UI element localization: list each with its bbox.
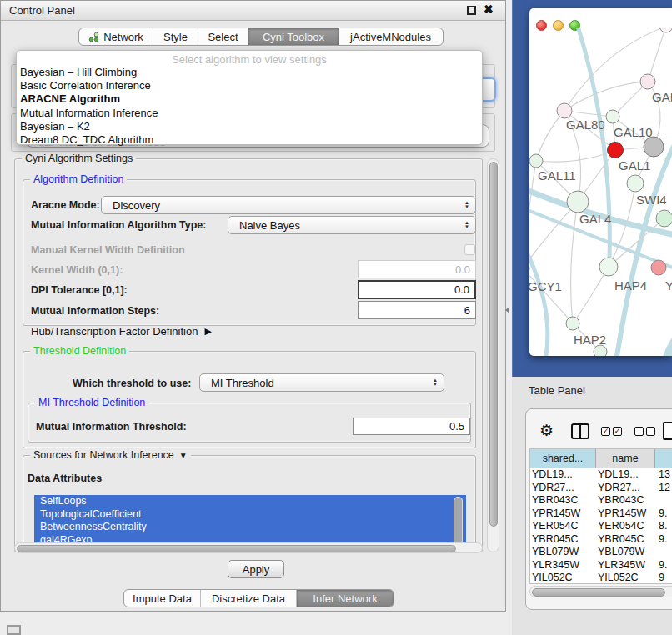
node-gal-partial[interactable] — [640, 74, 655, 89]
column-header-name[interactable]: name — [596, 449, 655, 468]
tab-jactivemnodules[interactable]: jActiveMNodules — [339, 28, 443, 45]
table-row[interactable]: YDR27...YDR27...12 — [530, 482, 672, 495]
node[interactable] — [659, 28, 672, 32]
node-gal11[interactable] — [529, 154, 543, 168]
node-swi4[interactable] — [627, 175, 644, 192]
attribute-list-item[interactable]: TopologicalCoefficient — [34, 508, 466, 522]
tab-label: Network — [103, 31, 143, 43]
tab-style[interactable]: Style — [153, 28, 198, 45]
node-gal1-selected[interactable] — [608, 142, 624, 158]
kernel-width-field[interactable]: 0.0 — [358, 260, 476, 278]
table-cell: 9. — [659, 508, 672, 521]
table-cell: 8. — [659, 520, 672, 533]
table-row[interactable]: YBR045CYBR045C9. — [530, 533, 672, 547]
attribute-list-item[interactable]: BetweennessCentrality — [34, 521, 466, 534]
table-cell: YLR345W — [532, 559, 594, 572]
mi-steps-field[interactable]: 6 — [358, 301, 476, 319]
column-header-partial[interactable] — [655, 449, 672, 468]
node-gal4[interactable] — [567, 191, 589, 212]
table-row[interactable]: YBR043CYBR043C — [530, 494, 672, 508]
select-all-columns-icon[interactable]: ✓ — [601, 427, 610, 436]
node-gray-hub[interactable] — [644, 137, 664, 157]
group-title: Algorithm Definition — [30, 173, 127, 185]
table-cell: YPR145W — [532, 508, 594, 521]
table-cell: 9 — [659, 572, 672, 584]
node-table: shared... name YDL19...YDL19...13YDR27..… — [529, 448, 672, 584]
node-y-partial[interactable] — [651, 260, 666, 275]
gear-icon[interactable]: ⚙ — [539, 421, 554, 440]
dropdown-item[interactable]: ARACNE Algorithm — [19, 92, 479, 106]
tab-discretize-data[interactable]: Discretize Data — [201, 590, 297, 607]
unselect-all-columns-icon2[interactable] — [646, 427, 655, 436]
dropdown-placeholder: Select algorithm to view settings — [17, 53, 482, 66]
node-gal10[interactable] — [606, 110, 619, 123]
table-hscrollbar-track — [529, 586, 672, 598]
tab-infer-network[interactable]: Infer Network — [297, 590, 394, 607]
group-title: Threshold Definition — [30, 345, 129, 357]
node[interactable] — [656, 210, 672, 227]
table-rows: YDL19...YDL19...13YDR27...YDR27...12YBR0… — [530, 468, 672, 584]
settings-vscrollbar-thumb[interactable] — [489, 162, 498, 527]
table-cell: YDL19... — [532, 468, 594, 482]
node-gal80[interactable] — [557, 103, 572, 118]
table-row[interactable]: YDL19...YDL19...13 — [530, 468, 672, 482]
table-cell: YBR045C — [598, 533, 655, 547]
dropdown-item[interactable]: Basic Correlation Inference — [19, 79, 479, 92]
svg-text:GAL4: GAL4 — [579, 212, 611, 226]
tab-impute-data[interactable]: Impute Data — [124, 590, 201, 607]
table-row[interactable]: YIL052CYIL052C9 — [530, 572, 672, 584]
dropdown-item[interactable]: Mutual Information Inference — [19, 107, 479, 120]
unselect-all-columns-icon[interactable] — [634, 427, 644, 436]
table-row[interactable]: YPR145WYPR145W9. — [530, 508, 672, 521]
mi-type-combo[interactable]: Naive Bayes ▲▼ — [228, 216, 476, 234]
which-threshold-combo[interactable]: MI Threshold ▲▼ — [199, 373, 444, 392]
svg-text:HAP4: HAP4 — [614, 278, 647, 292]
table-cell: YBR045C — [532, 533, 594, 547]
mi-threshold-field[interactable]: 0.5 — [353, 418, 470, 435]
dpi-tolerance-field[interactable]: 0.0 — [358, 280, 476, 299]
float-window-icon[interactable] — [467, 6, 476, 15]
network-nodes — [529, 28, 672, 356]
export-table-icon[interactable] — [663, 422, 672, 440]
table-cell — [659, 546, 672, 559]
svg-text:GAL80: GAL80 — [566, 118, 605, 132]
node-hap2[interactable] — [566, 317, 579, 330]
manual-kernel-checkbox[interactable] — [464, 244, 475, 255]
table-row[interactable]: YLR345WYLR345W9. — [530, 559, 672, 572]
list-scrollbar-thumb[interactable] — [454, 498, 462, 544]
expander-right-icon: ▶ — [204, 326, 211, 337]
table-hscrollbar-thumb[interactable] — [532, 588, 665, 597]
table-cell: 9. — [659, 559, 672, 572]
combo-arrows-icon: ▲▼ — [464, 201, 469, 209]
tab-cyni-toolbox[interactable]: Cyni Toolbox — [248, 28, 339, 45]
split-pane-collapse-arrow[interactable] — [505, 307, 509, 313]
combo-arrows-icon: ▲▼ — [464, 221, 469, 229]
network-canvas[interactable]: GAL GAL80 GAL10 GAL1 GAL11 SWI4 GAL4 GCY… — [529, 28, 672, 356]
apply-button[interactable]: Apply — [228, 560, 284, 578]
attribute-list-item[interactable]: SelfLoops — [34, 495, 466, 508]
expander-down-icon[interactable]: ▼ — [179, 451, 188, 460]
tab-network[interactable]: Network — [79, 28, 153, 45]
aracne-mode-combo[interactable]: Discovery ▲▼ — [101, 196, 476, 214]
algorithm-dropdown-popup: Select algorithm to view settings Bayesi… — [16, 50, 483, 145]
node-hap4[interactable] — [599, 258, 618, 276]
hub-definition-expander[interactable]: Hub/Transcription Factor Definition ▶ — [31, 324, 212, 338]
tab-select[interactable]: Select — [198, 28, 248, 45]
close-icon[interactable]: ✖ — [484, 2, 494, 16]
table-row[interactable]: YBL079WYBL079W — [530, 546, 672, 559]
table-cell: YER054C — [532, 520, 594, 533]
mi-threshold-label: Mutual Information Threshold: — [36, 421, 187, 432]
minimized-panel-icon[interactable] — [7, 625, 21, 635]
column-header-shared-name[interactable]: shared... — [530, 449, 596, 468]
show-columns-icon[interactable] — [571, 423, 589, 439]
select-all-columns-icon2[interactable]: ✓ — [613, 427, 622, 436]
dropdown-item[interactable]: Dream8 DC_TDC Algorithm — [19, 133, 479, 147]
table-cell: YPR145W — [598, 508, 655, 521]
dropdown-item[interactable]: Bayesian – K2 — [19, 120, 479, 133]
table-row[interactable]: YER054CYER054C8. — [530, 520, 672, 533]
dropdown-item[interactable]: Bayesian – Hill Climbing — [19, 66, 479, 79]
table-cell: YDR27... — [532, 482, 594, 495]
svg-text:GAL1: GAL1 — [619, 158, 650, 172]
control-panel-tabbar: Network Style Select Cyni Toolbox jActiv… — [78, 28, 444, 46]
settings-hscrollbar-thumb[interactable] — [17, 545, 456, 552]
